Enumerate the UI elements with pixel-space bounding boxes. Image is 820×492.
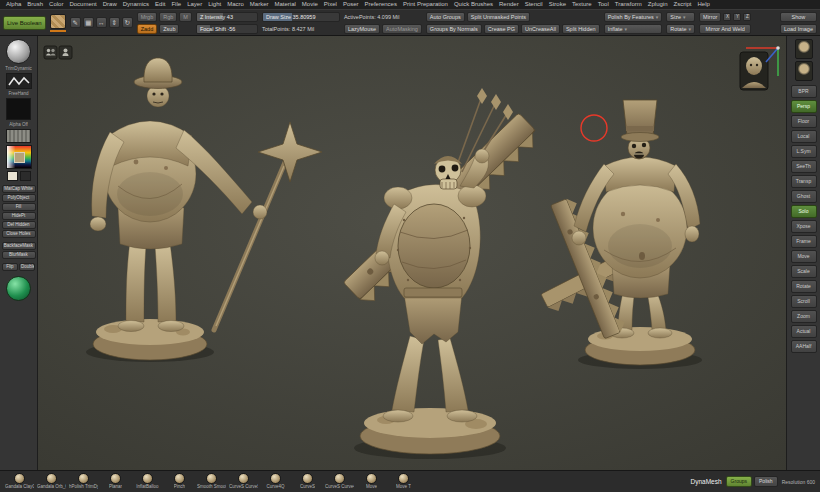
brush-preset[interactable]: Gandala Orb_Cl	[37, 473, 66, 490]
left-shelf-button[interactable]: MatCap White	[2, 185, 36, 193]
brush-preset[interactable]: Pinch	[165, 473, 194, 490]
display-button[interactable]: Flip	[2, 263, 18, 271]
right-shelf-button[interactable]: Scale	[791, 265, 817, 278]
brush-preset[interactable]: Gandala ClayGo	[5, 473, 34, 490]
quick-pick-thumbnail[interactable]	[795, 39, 813, 59]
toolbar-tool-icon[interactable]: ↻	[122, 17, 133, 28]
draw-size-slider[interactable]: Draw Size 35.80959	[262, 12, 340, 22]
secondary-color-swatch[interactable]	[20, 171, 31, 181]
axis-toggle[interactable]: X	[723, 13, 731, 21]
color-picker[interactable]	[6, 145, 32, 169]
right-shelf-button[interactable]: Solo	[791, 205, 817, 218]
right-shelf-button[interactable]: Xpose	[791, 220, 817, 233]
right-shelf-button[interactable]: Scroll	[791, 295, 817, 308]
axis-toggle[interactable]: Y	[733, 13, 741, 21]
right-shelf-button[interactable]: Transp	[791, 175, 817, 188]
material-preview-sphere[interactable]	[6, 276, 31, 301]
brush-preset[interactable]: Move T	[389, 473, 418, 490]
axis-toggle[interactable]: Z	[743, 13, 751, 21]
menu-item[interactable]: Material	[272, 0, 299, 9]
brush-preset[interactable]: Smooth Smoot	[197, 473, 226, 490]
toolbar-tool-icon[interactable]: ↔	[96, 17, 107, 28]
brush-preset[interactable]: CurveS CurveS	[229, 473, 258, 490]
dynamesh-button[interactable]: Groups	[726, 476, 752, 487]
paint-mode-button[interactable]: Rgb	[159, 12, 177, 22]
brush-preview-sphere[interactable]	[6, 39, 31, 64]
menu-item[interactable]: Edit	[152, 0, 168, 9]
polish-by-features-slider[interactable]: Polish By Features▾	[604, 12, 663, 22]
alpha-preview[interactable]	[6, 98, 31, 120]
mirror-and-weld-button[interactable]: Mirror And Weld	[699, 24, 751, 34]
color-picker-inner-swatch[interactable]	[14, 152, 25, 163]
menu-item[interactable]: Alpha	[3, 0, 24, 9]
toolbar-button[interactable]: Crease PG	[484, 24, 519, 34]
menu-item[interactable]: Draw	[100, 0, 120, 9]
menu-item[interactable]: Zscript	[671, 0, 695, 9]
menu-item[interactable]: Stencil	[522, 0, 546, 9]
menu-item[interactable]: Macro	[224, 0, 247, 9]
menu-item[interactable]: Transform	[612, 0, 645, 9]
right-shelf-button[interactable]: AAHalf	[791, 340, 817, 353]
focal-shift-slider[interactable]: Focal Shift -56	[196, 24, 258, 34]
menu-item[interactable]: Quick Brushes	[451, 0, 496, 9]
main-color-swatch[interactable]	[7, 171, 18, 181]
right-shelf-button[interactable]: Zoom	[791, 310, 817, 323]
left-shelf-button[interactable]: Del Hidden	[2, 221, 36, 229]
toolbar-button[interactable]: Split Hidden	[562, 24, 600, 34]
live-boolean-button[interactable]: Live Boolean	[3, 16, 46, 30]
right-shelf-button[interactable]: Floor	[791, 115, 817, 128]
menu-item[interactable]: Render	[496, 0, 522, 9]
menu-item[interactable]: Stroke	[546, 0, 569, 9]
brush-preset[interactable]: InflatBalloo	[133, 473, 162, 490]
dynamesh-button[interactable]: Polish	[754, 476, 778, 487]
left-shelf-button[interactable]: HidePt	[2, 212, 36, 220]
menu-item[interactable]: File	[168, 0, 184, 9]
stroke-preview[interactable]	[6, 73, 32, 89]
brush-preset[interactable]: Curve4Q	[261, 473, 290, 490]
mirror-button[interactable]: Mirror	[699, 12, 721, 22]
display-button[interactable]: Double	[19, 263, 35, 271]
menu-item[interactable]: Layer	[184, 0, 205, 9]
texture-preview[interactable]	[6, 129, 31, 143]
brush-preset[interactable]: CurveS	[293, 473, 322, 490]
brush-preset[interactable]: Move	[357, 473, 386, 490]
menu-item[interactable]: Tool	[595, 0, 612, 9]
toolbar-button[interactable]: Auto Groups	[426, 12, 465, 22]
toolbar-tool-icon[interactable]: ⇕	[109, 17, 120, 28]
brush-preset[interactable]: Planar	[101, 473, 130, 490]
inflate-slider[interactable]: Inflate▾	[604, 24, 663, 34]
menu-item[interactable]: Texture	[569, 0, 595, 9]
paint-mode-button[interactable]: Mrgb	[137, 12, 158, 22]
right-shelf-button[interactable]: BPR	[791, 85, 817, 98]
brush-preset[interactable]: CurveS Curve4	[325, 473, 354, 490]
rotate-slider[interactable]: Rotate▾	[666, 24, 695, 34]
right-shelf-button[interactable]: Frame	[791, 235, 817, 248]
toolbar-tool-icon[interactable]: ✎	[70, 17, 81, 28]
menu-item[interactable]: Dynamics	[120, 0, 152, 9]
right-shelf-button[interactable]: Local	[791, 130, 817, 143]
right-shelf-button[interactable]: Persp	[791, 100, 817, 113]
menu-item[interactable]: Print Preparation	[400, 0, 451, 9]
show-button[interactable]: Show	[780, 12, 817, 22]
left-shelf-button[interactable]: PolyObject	[2, 194, 36, 202]
material-preview-thumb[interactable]	[740, 52, 768, 90]
menu-item[interactable]: Light	[205, 0, 224, 9]
sculpt-mode-button[interactable]: Zadd	[137, 24, 158, 34]
menu-item[interactable]: Zplugin	[645, 0, 671, 9]
toolbar-button[interactable]: UnCreaseAll	[521, 24, 560, 34]
size-slider[interactable]: Size▾	[666, 12, 695, 22]
mask-button[interactable]: BackfaceMask	[2, 242, 36, 250]
automasking-button[interactable]: AutoMasking	[382, 24, 422, 34]
menu-item[interactable]: Help	[695, 0, 713, 9]
sculpt-mode-button[interactable]: Zsub	[159, 24, 179, 34]
left-shelf-button[interactable]: Fill	[2, 203, 36, 211]
lazymouse-button[interactable]: LazyMouse	[344, 24, 380, 34]
right-shelf-button[interactable]: Actual	[791, 325, 817, 338]
viewport-canvas[interactable]	[38, 36, 786, 470]
toolbar-button[interactable]: Split Unmasked Points	[467, 12, 530, 22]
menu-item[interactable]: Marker	[247, 0, 272, 9]
right-shelf-button[interactable]: Ghost	[791, 190, 817, 203]
right-shelf-button[interactable]: SeeTh	[791, 160, 817, 173]
current-brush-chip[interactable]	[50, 14, 66, 32]
menu-item[interactable]: Poser	[340, 0, 362, 9]
